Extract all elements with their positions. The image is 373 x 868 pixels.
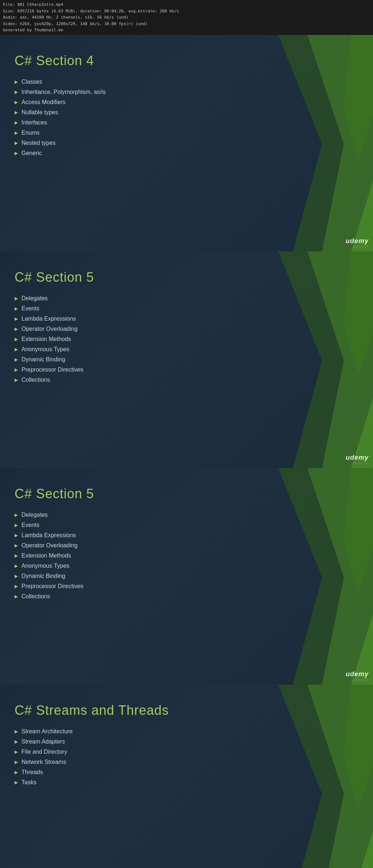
bullet-icon: ▶ [15,347,18,352]
slide-section5a: C# Section 5 ▶Delegates ▶Events ▶Lambda … [0,251,373,468]
bullet-icon: ▶ [15,316,18,321]
slide-list-2: ▶Delegates ▶Events ▶Lambda Expressions ▶… [15,295,373,383]
bullet-icon: ▶ [15,110,18,115]
list-item: ▶Generic [15,150,373,156]
udemy-watermark-1: udemy 00:00:35 [346,237,369,249]
slide-section5b: C# Section 5 ▶Delegates ▶Events ▶Lambda … [0,468,373,685]
bullet-icon: ▶ [15,574,18,579]
list-item: ▶Nullable types [15,109,373,116]
list-item: ▶File and Directory [15,749,373,755]
bullet-icon: ▶ [15,296,18,301]
list-item: ▶Nested types [15,140,373,146]
bullet-icon: ▶ [15,543,18,548]
file-info-line4: Video: h264, yuv420p, 1280x720, 148 kb/s… [3,21,370,27]
udemy-timestamp-3: 00:02:06 [346,678,369,682]
list-item: ▶Enums [15,130,373,136]
list-item: ▶Preprocessor Directives [15,583,373,590]
list-item: ▶Lambda Expressions [15,532,373,539]
udemy-logo-2: udemy [346,454,369,461]
bullet-icon: ▶ [15,770,18,775]
list-item: ▶Network Streams [15,759,373,765]
list-item: ▶Access Modifiers [15,99,373,106]
bullet-icon: ▶ [15,594,18,599]
list-item: ▶Operator Overloading [15,542,373,549]
bullet-icon: ▶ [15,553,18,558]
bullet-icon: ▶ [15,120,18,125]
bullet-icon: ▶ [15,326,18,332]
file-info-line2: Size: 6957216 bytes (6.63 MiB), duration… [3,8,370,15]
list-item: ▶Dynamic Binding [15,573,373,579]
bullet-icon: ▶ [15,79,18,84]
list-item: ▶Extension Methods [15,552,373,559]
slide-list-1: ▶Classes ▶Inheritance, Polymorphism, as/… [15,79,373,156]
bullet-icon: ▶ [15,523,18,528]
file-info-bar: File: 001 CSharpIntro.mp4 Size: 6957216 … [0,0,373,35]
list-item: ▶Classes [15,79,373,85]
slide-list-3: ▶Delegates ▶Events ▶Lambda Expressions ▶… [15,512,373,600]
list-item: ▶Inheritance, Polymorphism, as/is [15,89,373,95]
udemy-logo-1: udemy [346,237,369,245]
udemy-timestamp-2: 00:01:13 [346,461,369,465]
bullet-icon: ▶ [15,367,18,372]
bullet-icon: ▶ [15,584,18,589]
udemy-watermark-3: udemy 00:02:06 [346,670,369,682]
list-item: ▶Operator Overloading [15,326,373,332]
bullet-icon: ▶ [15,512,18,518]
list-item: ▶Extension Methods [15,336,373,342]
list-item: ▶Dynamic Binding [15,356,373,363]
slide-streams: C# Streams and Threads ▶Stream Architect… [0,685,373,868]
file-info-line1: File: 001 CSharpIntro.mp4 [3,1,370,8]
list-item: ▶Lambda Expressions [15,316,373,322]
list-item: ▶Tasks [15,779,373,786]
bullet-icon: ▶ [15,306,18,311]
bullet-icon: ▶ [15,140,18,146]
slide-section4: C# Section 4 ▶Classes ▶Inheritance, Poly… [0,35,373,251]
bullet-icon: ▶ [15,780,18,785]
file-info-line3: Audio: aac, 44100 Hz, 2 channels, s16, 5… [3,14,370,21]
bullet-icon: ▶ [15,337,18,342]
list-item: ▶Preprocessor Directives [15,366,373,373]
list-item: ▶Collections [15,593,373,600]
udemy-timestamp-1: 00:00:35 [346,245,369,249]
slide-content-4: C# Streams and Threads ▶Stream Architect… [0,685,373,797]
list-item: ▶Delegates [15,512,373,518]
slide-content-1: C# Section 4 ▶Classes ▶Inheritance, Poly… [0,35,373,167]
slide-title-2: C# Section 5 [15,270,373,285]
slide-title-4: C# Streams and Threads [15,703,373,718]
bullet-icon: ▶ [15,563,18,568]
file-info-line5: Generated by Thumbnail.me [3,27,370,33]
list-item: ▶Stream Architecture [15,728,373,735]
bullet-icon: ▶ [15,377,18,383]
list-item: ▶Interfaces [15,119,373,126]
slide-title-1: C# Section 4 [15,53,373,68]
bullet-icon: ▶ [15,749,18,754]
list-item: ▶Anonymous Types [15,563,373,569]
slide-content-3: C# Section 5 ▶Delegates ▶Events ▶Lambda … [0,468,373,611]
bullet-icon: ▶ [15,130,18,135]
slide-list-4: ▶Stream Architecture ▶Stream Adapters ▶F… [15,728,373,786]
slide-title-3: C# Section 5 [15,486,373,502]
udemy-watermark-2: udemy 00:01:13 [346,454,369,465]
slide-content-2: C# Section 5 ▶Delegates ▶Events ▶Lambda … [0,251,373,394]
list-item: ▶Events [15,522,373,528]
bullet-icon: ▶ [15,151,18,156]
bullet-icon: ▶ [15,357,18,362]
bullet-icon: ▶ [15,100,18,105]
list-item: ▶Delegates [15,295,373,302]
bullet-icon: ▶ [15,533,18,538]
udemy-logo-3: udemy [346,670,369,678]
list-item: ▶Events [15,305,373,312]
bullet-icon: ▶ [15,729,18,734]
list-item: ▶Threads [15,769,373,776]
bullet-icon: ▶ [15,739,18,744]
bullet-icon: ▶ [15,90,18,95]
list-item: ▶Stream Adapters [15,738,373,745]
list-item: ▶Collections [15,377,373,383]
list-item: ▶Anonymous Types [15,346,373,353]
bullet-icon: ▶ [15,760,18,765]
